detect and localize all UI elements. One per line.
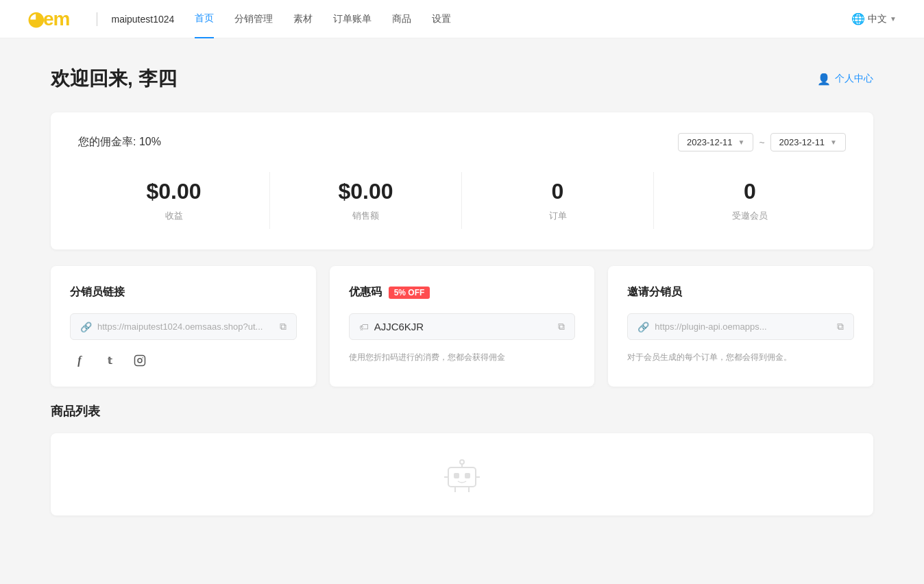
stat-orders: 0 订单 xyxy=(462,172,654,229)
svg-point-2 xyxy=(142,357,143,358)
stat-orders-label: 订单 xyxy=(476,210,640,222)
date-from-value: 2023-12-11 xyxy=(687,137,733,147)
coupon-desc: 使用您折扣码进行的消费，您都会获得佣金 xyxy=(349,351,576,364)
coupon-card-title: 优惠码 xyxy=(349,285,382,300)
instagram-icon[interactable] xyxy=(130,351,149,370)
products-section-title: 商品列表 xyxy=(51,403,873,419)
date-separator: ~ xyxy=(759,137,764,148)
stats-header: 您的佣金率: 10% 2023-12-11 ▼ ~ 2023-12-11 ▼ xyxy=(78,133,846,151)
nav-item-products[interactable]: 商品 xyxy=(392,1,411,38)
invite-link-value: https://plugin-api.oemapps... xyxy=(655,321,831,332)
empty-robot-icon xyxy=(441,454,483,495)
date-from-select[interactable]: 2023-12-11 ▼ xyxy=(678,133,753,151)
copy-invite-icon[interactable]: ⧉ xyxy=(837,321,844,332)
tag-icon: 🏷 xyxy=(359,321,369,332)
chevron-down-icon: ▼ xyxy=(890,15,897,23)
header-right: 🌐 中文 ▼ xyxy=(851,12,897,25)
svg-rect-0 xyxy=(135,356,145,366)
date-range: 2023-12-11 ▼ ~ 2023-12-11 ▼ xyxy=(678,133,846,151)
commission-label: 您的佣金率: xyxy=(78,136,136,147)
language-label: 中文 xyxy=(868,13,887,25)
empty-state xyxy=(441,454,483,495)
user-icon: 👤 xyxy=(817,73,831,86)
invite-link-input-row: 🔗 https://plugin-api.oemapps... ⧉ xyxy=(627,313,854,340)
invite-card-title-row: 邀请分销员 xyxy=(627,285,854,300)
products-section: 商品列表 xyxy=(51,403,873,515)
main-content: 欢迎回来, 李四 👤 个人中心 您的佣金率: 10% 2023-12-11 ▼ … xyxy=(23,38,901,543)
date-to-select[interactable]: 2023-12-11 ▼ xyxy=(770,133,846,151)
chevron-down-icon: ▼ xyxy=(738,138,745,146)
stats-grid: $0.00 收益 $0.00 销售额 0 订单 0 受邀会员 xyxy=(78,172,846,229)
language-selector[interactable]: 🌐 中文 ▼ xyxy=(851,12,897,25)
nav-item-materials[interactable]: 素材 xyxy=(293,1,313,38)
globe-icon: 🌐 xyxy=(851,12,865,25)
social-icons: f 𝕥 xyxy=(70,351,297,370)
link-icon: 🔗 xyxy=(637,321,649,332)
stat-earnings: $0.00 收益 xyxy=(78,172,270,229)
copy-coupon-icon[interactable]: ⧉ xyxy=(558,321,565,332)
discount-badge: 5% OFF xyxy=(389,287,430,299)
stat-earnings-label: 收益 xyxy=(92,210,256,222)
twitter-icon[interactable]: 𝕥 xyxy=(100,351,119,370)
welcome-row: 欢迎回来, 李四 👤 个人中心 xyxy=(51,66,873,92)
affiliate-link-card: 分销员链接 🔗 https://maiputest1024.oemsaas.sh… xyxy=(51,266,316,387)
welcome-title: 欢迎回来, 李四 xyxy=(51,66,177,92)
personal-center-link[interactable]: 👤 个人中心 xyxy=(817,73,873,86)
date-to-value: 2023-12-11 xyxy=(779,137,825,147)
nav-item-settings[interactable]: 设置 xyxy=(432,1,451,38)
coupon-code-value: AJJC6KJR xyxy=(374,321,553,332)
main-nav: 首页 分销管理 素材 订单账单 商品 设置 xyxy=(195,0,851,38)
stat-sales: $0.00 销售额 xyxy=(270,172,462,229)
products-card xyxy=(51,433,873,515)
affiliate-card-title: 分销员链接 xyxy=(70,285,125,300)
stat-orders-value: 0 xyxy=(476,179,640,204)
stat-members-value: 0 xyxy=(668,179,832,204)
commission-value: 10% xyxy=(139,136,161,147)
affiliate-link-input-row: 🔗 https://maiputest1024.oemsaas.shop?ut.… xyxy=(70,313,297,340)
nav-item-home[interactable]: 首页 xyxy=(195,0,214,38)
personal-center-label: 个人中心 xyxy=(835,73,873,85)
commission-rate: 您的佣金率: 10% xyxy=(78,135,161,149)
stat-sales-label: 销售额 xyxy=(284,210,448,222)
copy-icon[interactable]: ⧉ xyxy=(280,321,287,332)
logo: ◕em xyxy=(27,8,69,30)
stats-card: 您的佣金率: 10% 2023-12-11 ▼ ~ 2023-12-11 ▼ $… xyxy=(51,112,873,250)
invite-card-title: 邀请分销员 xyxy=(627,285,682,300)
svg-point-1 xyxy=(138,358,142,363)
header-divider xyxy=(97,12,97,26)
affiliate-link-value: https://maiputest1024.oemsaas.shop?ut... xyxy=(97,321,274,332)
stat-earnings-value: $0.00 xyxy=(92,179,256,204)
stat-members-label: 受邀会员 xyxy=(668,210,832,222)
invite-desc: 对于会员生成的每个订单，您都会得到佣金。 xyxy=(627,351,854,364)
chevron-down-icon: ▼ xyxy=(830,138,837,146)
svg-rect-5 xyxy=(465,473,470,478)
logo-text: ◕em xyxy=(27,8,69,30)
link-icon: 🔗 xyxy=(80,321,92,332)
svg-rect-4 xyxy=(454,473,459,478)
affiliate-card-title-row: 分销员链接 xyxy=(70,285,297,300)
svg-rect-3 xyxy=(448,467,476,487)
stat-members: 0 受邀会员 xyxy=(654,172,846,229)
site-name: maiputest1024 xyxy=(111,14,174,25)
coupon-card-title-row: 优惠码 5% OFF xyxy=(349,285,576,300)
stat-sales-value: $0.00 xyxy=(284,179,448,204)
cards-row: 分销员链接 🔗 https://maiputest1024.oemsaas.sh… xyxy=(51,266,873,387)
nav-item-orders[interactable]: 订单账单 xyxy=(333,1,372,38)
svg-point-9 xyxy=(460,460,464,464)
header: ◕em maiputest1024 首页 分销管理 素材 订单账单 商品 设置 … xyxy=(0,0,924,38)
invite-card: 邀请分销员 🔗 https://plugin-api.oemapps... ⧉ … xyxy=(608,266,873,387)
nav-item-distribution[interactable]: 分销管理 xyxy=(234,1,273,38)
coupon-card: 优惠码 5% OFF 🏷 AJJC6KJR ⧉ 使用您折扣码进行的消费，您都会获… xyxy=(330,266,595,387)
facebook-icon[interactable]: f xyxy=(70,351,89,370)
coupon-input-row: 🏷 AJJC6KJR ⧉ xyxy=(349,313,576,340)
